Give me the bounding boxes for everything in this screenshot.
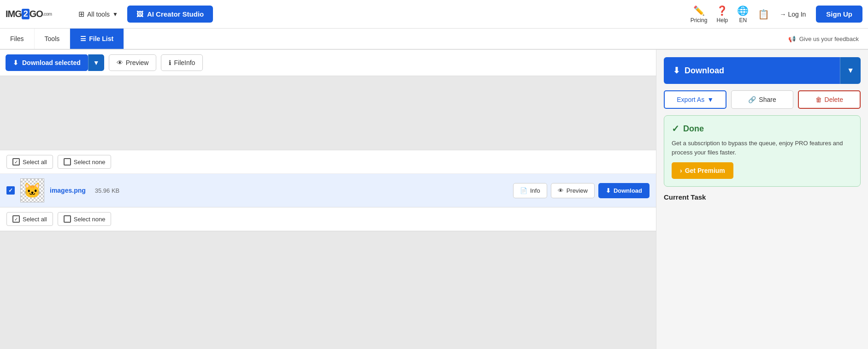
current-task-label: Current Task (664, 193, 706, 201)
ai-icon: 🖼 (136, 10, 143, 18)
chevron-down-icon: ▼ (112, 11, 118, 18)
export-chevron-icon: ▼ (707, 96, 714, 103)
login-arrow-icon: → (779, 11, 786, 18)
eye-icon: 👁 (558, 187, 564, 194)
select-none-bottom-label: Select none (74, 216, 106, 223)
share-button[interactable]: 🔗 Share (731, 90, 793, 109)
select-none-button-bottom[interactable]: Select none (58, 212, 112, 226)
file-preview-label: Preview (567, 187, 588, 194)
done-description: Get a subscription to bypass the queue, … (672, 139, 853, 157)
file-info-label: Info (530, 187, 540, 194)
file-info-button[interactable]: 📄 Info (513, 183, 547, 198)
all-tools-button[interactable]: ⊞ All tools ▼ (74, 7, 123, 21)
all-tools-label: All tools (87, 11, 110, 18)
logo-img: IMG (6, 9, 22, 19)
select-all-top-label: Select all (23, 159, 47, 166)
clipboard-icon: 📋 (758, 9, 769, 20)
get-premium-button[interactable]: › Get Premium (672, 162, 733, 179)
login-label: Log In (788, 11, 806, 18)
file-thumbnail: 🐱 (20, 178, 44, 202)
file-checkbox[interactable] (6, 186, 15, 195)
ai-creator-studio-button[interactable]: 🖼 AI Creator Studio (127, 6, 213, 23)
select-all-bottom-label: Select all (23, 216, 47, 223)
signup-button[interactable]: Sign Up (816, 6, 862, 23)
download-main-dropdown[interactable]: ▼ (840, 57, 861, 84)
file-list-section: Select all Select none 🐱 images.png 35.9… (0, 150, 656, 231)
select-none-top-label: Select none (74, 159, 106, 166)
pricing-label: Pricing (691, 17, 708, 24)
export-as-button[interactable]: Export As ▼ (664, 90, 726, 109)
logo: IMG2GO.com (6, 9, 65, 19)
main-layout: ⬇ Download selected ▼ 👁 Preview ℹ FileIn… (0, 50, 868, 349)
logo-2: 2 (22, 9, 30, 19)
right-panel: ⬇ Download ▼ Export As ▼ 🔗 Share 🗑 Delet… (656, 50, 868, 349)
select-all-button-bottom[interactable]: Select all (6, 212, 53, 226)
download-main-label: Download (685, 66, 724, 76)
feedback-label: Give us your feedback (799, 35, 859, 42)
file-size: 35.96 KB (95, 187, 120, 194)
grid-icon: ⊞ (78, 10, 84, 18)
file-actions: 📄 Info 👁 Preview ⬇ Download (513, 183, 650, 198)
select-none-button-top[interactable]: Select none (58, 155, 112, 169)
file-preview-button[interactable]: 👁 Preview (551, 183, 595, 198)
file-doc-icon: 📄 (520, 187, 527, 194)
download-main-button[interactable]: ⬇ Download (664, 57, 840, 84)
signup-label: Sign Up (826, 10, 852, 18)
language-selector[interactable]: 🌐 EN (737, 5, 749, 24)
help-link[interactable]: ❓ Help (716, 5, 728, 24)
download-selected-wrap: ⬇ Download selected ▼ (6, 54, 104, 71)
checkmark-icon: ✓ (672, 123, 679, 134)
delete-label: Delete (825, 96, 843, 103)
tab-tools[interactable]: Tools (35, 29, 71, 49)
action-row: Export As ▼ 🔗 Share 🗑 Delete (664, 90, 861, 109)
download-icon: ⬇ (606, 187, 611, 194)
tab-tools-label: Tools (45, 35, 60, 42)
left-panel: ⬇ Download selected ▼ 👁 Preview ℹ FileIn… (0, 50, 656, 349)
checkbox-empty-icon-2 (64, 215, 71, 223)
get-premium-label: Get Premium (685, 167, 725, 174)
tab-files-label: Files (10, 35, 24, 42)
logo-go: GO (30, 9, 43, 19)
pricing-icon: ✏️ (693, 5, 705, 16)
download-selected-button[interactable]: ⬇ Download selected (6, 54, 88, 71)
file-toolbar: ⬇ Download selected ▼ 👁 Preview ℹ FileIn… (0, 50, 656, 76)
delete-button[interactable]: 🗑 Delete (798, 90, 861, 109)
file-thumb-image: 🐱 (23, 182, 41, 199)
pricing-link[interactable]: ✏️ Pricing (691, 5, 708, 24)
download-icon: ⬇ (13, 59, 18, 66)
tab-file-list[interactable]: ☰ File List (70, 29, 124, 49)
share-label: Share (759, 96, 776, 103)
feedback-icon: 📢 (788, 35, 796, 42)
select-all-button-top[interactable]: Select all (6, 155, 53, 169)
login-button[interactable]: → Log In (774, 7, 811, 22)
done-card: ✓ Done Get a subscription to bypass the … (664, 115, 861, 187)
feedback-area[interactable]: 📢 Give us your feedback (788, 35, 868, 42)
globe-icon: 🌐 (737, 5, 749, 16)
ai-creator-studio-label: AI Creator Studio (147, 10, 204, 18)
select-bar-bottom: Select all Select none (0, 207, 656, 231)
notifications-button[interactable]: 📋 (758, 9, 769, 20)
file-download-label: Download (614, 187, 642, 194)
nav-icon-group: ✏️ Pricing ❓ Help 🌐 EN 📋 (691, 5, 770, 24)
done-title-label: Done (683, 124, 704, 134)
done-title: ✓ Done (672, 123, 853, 134)
download-selected-dropdown[interactable]: ▼ (88, 54, 104, 71)
preview-label: Preview (126, 59, 149, 66)
eye-icon: 👁 (117, 59, 123, 66)
help-icon: ❓ (716, 5, 728, 16)
export-as-label: Export As (677, 96, 704, 103)
download-big-icon: ⬇ (673, 65, 680, 76)
share-icon: 🔗 (748, 96, 756, 103)
select-bar-top: Select all Select none (0, 150, 656, 174)
current-task-section: Current Task (664, 193, 861, 201)
fileinfo-button[interactable]: ℹ FileInfo (161, 54, 203, 71)
lang-label: EN (739, 17, 747, 24)
tab-files[interactable]: Files (0, 29, 35, 49)
empty-drop-area (0, 76, 656, 150)
preview-button[interactable]: 👁 Preview (109, 54, 157, 71)
checkbox-checked-icon (12, 158, 20, 166)
file-download-button[interactable]: ⬇ Download (598, 183, 650, 198)
chevron-down-icon: ▼ (847, 66, 854, 74)
logo-com: .com (43, 12, 52, 17)
trash-icon: 🗑 (815, 96, 822, 103)
